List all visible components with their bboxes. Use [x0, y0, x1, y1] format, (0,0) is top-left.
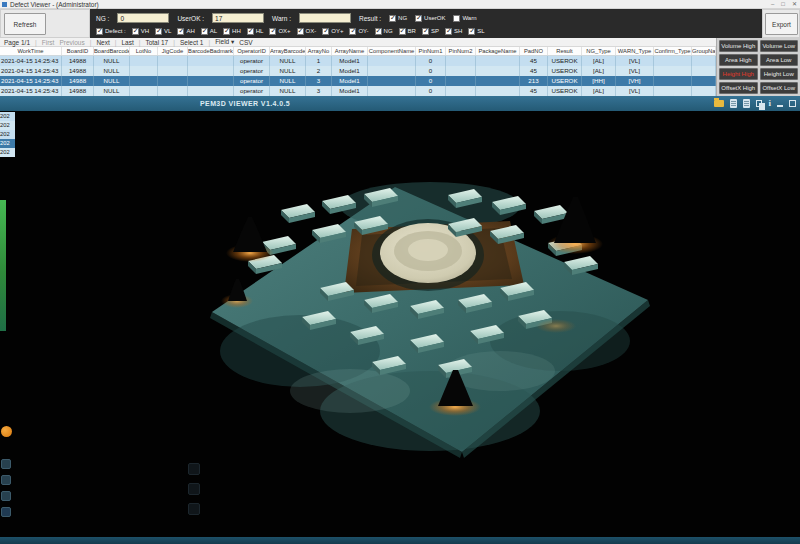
minimize-icon[interactable]: – — [771, 1, 774, 8]
refresh-button[interactable]: Refresh — [4, 13, 46, 35]
previous-page-button[interactable]: Previous — [59, 39, 84, 46]
column-header[interactable]: BoardID — [62, 47, 94, 55]
viewer-tool-icon[interactable] — [188, 503, 200, 515]
table-row[interactable]: 2021-04-15 14:25:4314988NULLoperatorNULL… — [0, 86, 716, 96]
defect-checkbox-oxplus[interactable]: OX+ — [269, 28, 290, 35]
table-cell: 45 — [520, 66, 548, 76]
export-button[interactable]: Export — [765, 13, 798, 35]
defect-checkbox[interactable]: Defect : — [96, 28, 126, 35]
userok-count-input[interactable] — [212, 13, 264, 23]
column-header[interactable]: ArrayNo — [306, 47, 332, 55]
column-header[interactable]: JigCode — [158, 47, 188, 55]
column-header[interactable]: Result — [548, 47, 582, 55]
defect-checkbox-ah[interactable]: AH — [177, 28, 194, 35]
refresh-panel: Refresh — [0, 9, 90, 38]
area-high-button[interactable]: Area High — [719, 54, 758, 66]
column-header[interactable]: PinNum1 — [416, 47, 446, 55]
defect-checkbox-oyplus[interactable]: OY+ — [322, 28, 343, 35]
checkbox-label: AL — [210, 28, 217, 34]
defect-checkbox-al[interactable]: AL — [201, 28, 217, 35]
column-header[interactable]: OperatorID — [234, 47, 270, 55]
table-cell — [446, 56, 476, 66]
checkbox-icon — [297, 28, 304, 35]
folder-icon[interactable] — [714, 100, 724, 107]
close-icon[interactable]: ✕ — [792, 1, 797, 8]
column-header[interactable]: ArrayName — [332, 47, 368, 55]
defect-checkbox-sl[interactable]: SL — [468, 28, 484, 35]
defect-checkbox-hh[interactable]: HH — [223, 28, 241, 35]
warn-count-input[interactable] — [299, 13, 351, 23]
separator: | — [208, 39, 210, 46]
table-cell — [130, 86, 158, 96]
csv-button[interactable]: CSV — [239, 39, 252, 46]
result-checkbox-ng[interactable]: NG — [389, 15, 407, 22]
column-header[interactable]: WARN_Type — [616, 47, 654, 55]
volume-low-button[interactable]: Volume Low — [760, 40, 799, 52]
defect-checkbox-oxminus[interactable]: OX- — [297, 28, 317, 35]
defect-checkbox-sh[interactable]: SH — [445, 28, 462, 35]
area-low-button[interactable]: Area Low — [760, 54, 799, 66]
defect-checkbox-vh[interactable]: VH — [132, 28, 149, 35]
info-icon[interactable]: i — [768, 98, 771, 108]
page-icon[interactable] — [743, 99, 750, 108]
column-header[interactable]: ArrayBarcode — [270, 47, 306, 55]
checkbox-icon — [389, 15, 396, 22]
defect-checkbox-br[interactable]: BR — [399, 28, 416, 35]
restore-icon[interactable] — [789, 100, 796, 107]
result-checkbox-warn[interactable]: Warn — [453, 15, 476, 22]
app-icon — [2, 2, 7, 7]
column-header[interactable]: BarcodeBadmark — [188, 47, 234, 55]
table-cell: NULL — [94, 76, 130, 86]
first-page-button[interactable]: First — [42, 39, 55, 46]
table-cell: [AL] — [582, 86, 616, 96]
checkbox-icon — [96, 28, 103, 35]
table-cell: [HH] — [582, 76, 616, 86]
minimize-icon[interactable] — [777, 105, 783, 107]
offsetx-low-button[interactable]: OffsetX Low — [760, 82, 799, 94]
viewer-title: PEM3D VIEWER V1.4.0.5 — [200, 100, 290, 107]
copy-icon[interactable] — [756, 100, 762, 107]
maximize-icon[interactable]: □ — [781, 1, 785, 8]
ng-count-input[interactable] — [117, 13, 169, 23]
defect-checkbox-hl[interactable]: HL — [247, 28, 264, 35]
height-low-button[interactable]: Height Low — [760, 68, 799, 80]
column-header[interactable]: LotNo — [130, 47, 158, 55]
table-cell: 2021-04-15 14:25:43 — [0, 86, 62, 96]
background-row-fragment: 202 — [0, 121, 15, 130]
column-header[interactable]: PinNum2 — [446, 47, 476, 55]
column-header[interactable]: PadNO — [520, 47, 548, 55]
table-row[interactable]: 2021-04-15 14:25:4314988NULLoperatorNULL… — [0, 56, 716, 66]
viewer-tool-icon[interactable] — [188, 463, 200, 475]
viewer-tool-icon[interactable] — [188, 483, 200, 495]
volume-high-button[interactable]: Volume High — [719, 40, 758, 52]
column-header[interactable]: BoardBarcode — [94, 47, 130, 55]
table-cell: USEROK — [548, 76, 582, 86]
column-header[interactable]: ComponentName — [368, 47, 416, 55]
column-header[interactable]: Confirm_Type — [654, 47, 692, 55]
offsetx-high-button[interactable]: OffsetX High — [719, 82, 758, 94]
column-header[interactable]: PackageName — [476, 47, 520, 55]
defect-checkbox-vl[interactable]: VL — [155, 28, 171, 35]
defect-checkbox-ng[interactable]: NG — [375, 28, 393, 35]
defect-checkbox-sp[interactable]: SP — [422, 28, 439, 35]
table-cell: [VL] — [616, 56, 654, 66]
field-dropdown[interactable]: Field ▾ — [215, 38, 234, 46]
defect-checkbox-oyminus[interactable]: OY- — [349, 28, 368, 35]
separator: | — [35, 39, 37, 46]
defect-table: WorkTimeBoardIDBoardBarcodeLotNoJigCodeB… — [0, 47, 716, 96]
table-row[interactable]: 2021-04-15 14:25:4314988NULLoperatorNULL… — [0, 66, 716, 76]
column-header[interactable]: GroupName — [692, 47, 716, 55]
checkbox-label: VL — [164, 28, 171, 34]
column-header[interactable]: NG_Type — [582, 47, 616, 55]
column-header[interactable]: WorkTime — [0, 47, 62, 55]
viewer-3d-client[interactable]: 202 202 202 202 202 — [0, 111, 800, 537]
result-checkbox-userok[interactable]: UserOK — [415, 15, 445, 22]
checkbox-label: UserOK — [424, 15, 445, 21]
table-cell: operator — [234, 86, 270, 96]
height-high-button[interactable]: Height High — [719, 68, 758, 80]
page-icon[interactable] — [730, 99, 737, 108]
last-page-button[interactable]: Last — [121, 39, 133, 46]
pcb-3d-render — [0, 111, 800, 537]
next-page-button[interactable]: Next — [96, 39, 109, 46]
table-row[interactable]: 2021-04-15 14:25:4314988NULLoperatorNULL… — [0, 76, 716, 86]
